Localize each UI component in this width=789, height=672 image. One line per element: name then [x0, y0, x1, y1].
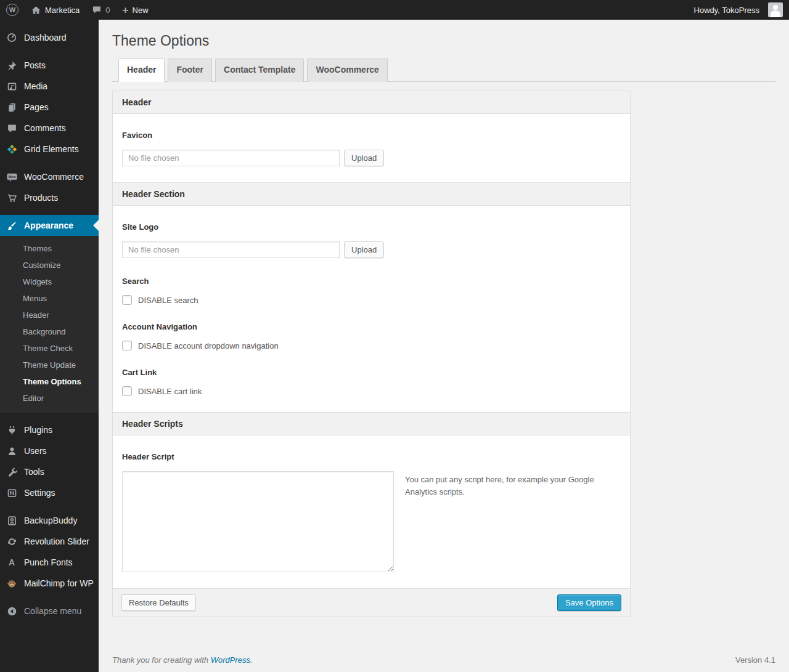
- section-header-title: Header: [113, 91, 630, 114]
- admin-sidebar: Dashboard Posts Media Pages Comments Gr: [0, 20, 99, 672]
- sidebar-item-products[interactable]: Products: [0, 187, 99, 208]
- site-logo-upload-button[interactable]: Upload: [344, 241, 384, 258]
- header-scripts-body: Header Script You can put any script her…: [113, 435, 630, 588]
- submenu-item-background[interactable]: Background: [0, 323, 99, 340]
- favicon-file-input[interactable]: [122, 150, 340, 166]
- dashboard-icon: [6, 32, 18, 43]
- restore-defaults-button[interactable]: Restore Defaults: [121, 594, 196, 611]
- circular-arrows-icon: [6, 536, 18, 547]
- comments-count: 0: [105, 6, 110, 15]
- sidebar-item-comments[interactable]: Comments: [0, 118, 99, 139]
- sidebar-item-dashboard[interactable]: Dashboard: [0, 27, 99, 48]
- home-icon: [31, 5, 41, 15]
- media-icon: [6, 81, 18, 92]
- sidebar-item-grid-elements[interactable]: Grid Elements: [0, 139, 99, 160]
- disable-search-checkbox[interactable]: [122, 295, 132, 305]
- letter-a-icon: A: [6, 557, 18, 567]
- footer-thanks-text: Thank you for creating with WordPress.: [112, 655, 253, 665]
- version-label: Version 4.1: [735, 655, 775, 665]
- sidebar-item-pages[interactable]: Pages: [0, 97, 99, 118]
- favicon-label: Favicon: [122, 131, 621, 140]
- sidebar-item-appearance[interactable]: Appearance: [0, 215, 99, 236]
- new-label: New: [133, 6, 149, 15]
- mailchimp-monkey-icon: [6, 578, 18, 589]
- submenu-item-customize[interactable]: Customize: [0, 257, 99, 273]
- admin-bar: W Marketica 0 + New Howdy, TokoPress: [0, 0, 789, 20]
- appearance-brush-icon: [6, 221, 18, 231]
- speech-bubble-icon: [6, 123, 18, 134]
- theme-options-panel: Header Favicon Upload Header Section Sit…: [112, 91, 631, 617]
- collapse-arrow-icon: [6, 606, 18, 617]
- submenu-item-widgets[interactable]: Widgets: [0, 273, 99, 290]
- wordpress-logo-icon: W: [6, 4, 18, 16]
- tab-woocommerce[interactable]: WooCommerce: [307, 59, 387, 82]
- tab-footer[interactable]: Footer: [168, 59, 212, 82]
- sidebar-item-settings[interactable]: Settings: [0, 482, 99, 503]
- wordpress-logo-menu[interactable]: W: [0, 0, 25, 20]
- section-header-body: Favicon Upload: [113, 114, 630, 182]
- search-label: Search: [122, 277, 621, 286]
- header-script-textarea[interactable]: [122, 471, 394, 572]
- svg-text:Woo: Woo: [8, 175, 16, 179]
- grid-elements-icon: [6, 144, 18, 155]
- site-name-link[interactable]: Marketica: [25, 0, 86, 20]
- submenu-item-header[interactable]: Header: [0, 307, 99, 323]
- submenu-item-theme-update[interactable]: Theme Update: [0, 357, 99, 373]
- avatar: [768, 2, 783, 17]
- backup-box-icon: [6, 516, 18, 526]
- sidebar-item-woocommerce[interactable]: Woo WooCommerce: [0, 166, 99, 187]
- user-icon: [6, 446, 18, 456]
- header-script-help-text: You can put any script here, for example…: [405, 474, 596, 498]
- tab-bar: Header Footer Contact Template WooCommer…: [112, 59, 775, 82]
- cart-link-label: Cart Link: [122, 368, 621, 377]
- disable-cart-link-label: DISABLE cart link: [138, 387, 202, 396]
- sidebar-item-media[interactable]: Media: [0, 76, 99, 97]
- disable-account-nav-checkbox[interactable]: [122, 341, 132, 350]
- submenu-item-themes[interactable]: Themes: [0, 240, 99, 257]
- submenu-item-theme-options[interactable]: Theme Options: [0, 373, 99, 390]
- comments-bubble-button[interactable]: 0: [86, 0, 116, 20]
- woocommerce-badge-icon: Woo: [6, 171, 18, 183]
- pushpin-icon: [6, 60, 18, 71]
- pages-icon: [6, 102, 18, 113]
- cart-icon: [6, 193, 18, 203]
- page-title: Theme Options: [112, 33, 775, 49]
- submenu-item-theme-check[interactable]: Theme Check: [0, 340, 99, 357]
- wordpress-link[interactable]: WordPress: [211, 655, 250, 665]
- sidebar-item-users[interactable]: Users: [0, 440, 99, 461]
- page-footer: Thank you for creating with WordPress. V…: [112, 655, 775, 665]
- header-section-title: Header Section: [113, 182, 630, 206]
- site-logo-file-input[interactable]: [122, 241, 340, 258]
- collapse-menu-button[interactable]: Collapse menu: [0, 601, 99, 621]
- disable-account-nav-label: DISABLE account dropdown navigation: [138, 341, 279, 350]
- save-options-button[interactable]: Save Options: [557, 594, 621, 611]
- account-navigation-label: Account Navigation: [122, 322, 621, 331]
- sidebar-item-posts[interactable]: Posts: [0, 55, 99, 76]
- favicon-upload-button[interactable]: Upload: [344, 150, 384, 166]
- submenu-item-editor[interactable]: Editor: [0, 390, 99, 407]
- active-menu-arrow: [93, 220, 99, 231]
- plugin-icon: [6, 425, 18, 435]
- sidebar-item-punch-fonts[interactable]: A Punch Fonts: [0, 552, 99, 573]
- panel-footer: Restore Defaults Save Options: [113, 588, 630, 617]
- sidebar-item-plugins[interactable]: Plugins: [0, 419, 99, 440]
- settings-sliders-icon: [6, 488, 18, 498]
- sidebar-item-revolution-slider[interactable]: Revolution Slider: [0, 531, 99, 552]
- sidebar-item-tools[interactable]: Tools: [0, 461, 99, 482]
- submenu-item-menus[interactable]: Menus: [0, 290, 99, 307]
- howdy-label: Howdy, TokoPress: [694, 6, 759, 15]
- disable-cart-link-checkbox[interactable]: [122, 386, 132, 396]
- new-content-button[interactable]: + New: [117, 0, 155, 20]
- tab-header[interactable]: Header: [118, 59, 165, 82]
- main-content: Theme Options Header Footer Contact Temp…: [99, 20, 789, 672]
- site-name-label: Marketica: [45, 6, 80, 15]
- header-section-body: Site Logo Upload Search DISABLE search A…: [113, 206, 630, 412]
- account-menu[interactable]: Howdy, TokoPress: [688, 0, 789, 20]
- sidebar-item-backupbuddy[interactable]: BackupBuddy: [0, 510, 99, 531]
- tab-contact-template[interactable]: Contact Template: [215, 59, 304, 82]
- plus-icon: +: [123, 5, 129, 15]
- site-logo-label: Site Logo: [122, 222, 621, 232]
- sidebar-item-mailchimp[interactable]: MailChimp for WP: [0, 573, 99, 594]
- disable-search-label: DISABLE search: [138, 296, 198, 305]
- appearance-submenu: Themes Customize Widgets Menus Header Ba…: [0, 236, 99, 413]
